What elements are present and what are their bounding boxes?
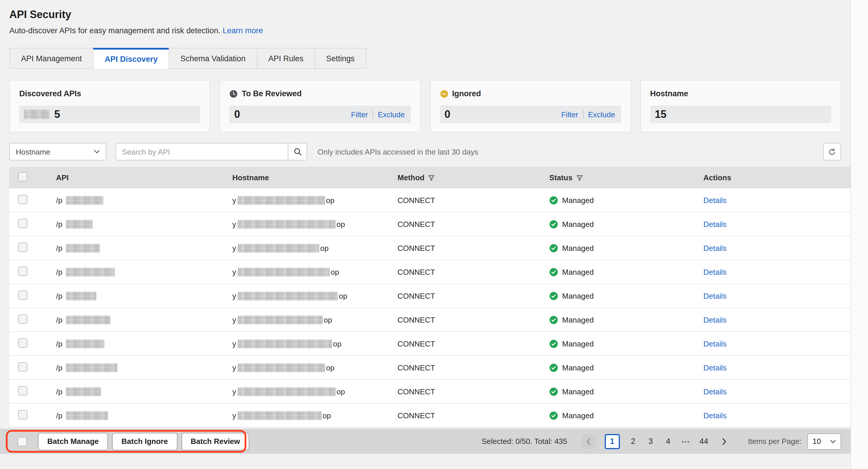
table-row: /p yop CONNECT Managed Details: [9, 212, 850, 236]
ignored-count: 0: [444, 108, 451, 121]
reviewed-filter-link[interactable]: Filter: [351, 110, 368, 119]
page-title: API Security: [9, 8, 841, 21]
redacted-api: [66, 387, 101, 396]
refresh-button[interactable]: [823, 143, 841, 160]
batch-review-button[interactable]: Batch Review: [181, 433, 249, 450]
table-row: /p yop CONNECT Managed Details: [9, 332, 850, 356]
status-cell: Managed: [549, 339, 703, 348]
method-value: CONNECT: [398, 411, 549, 420]
hostname-text: op: [326, 196, 335, 204]
method-value: CONNECT: [398, 363, 549, 372]
learn-more-link[interactable]: Learn more: [223, 26, 263, 35]
status-cell: Managed: [549, 267, 703, 276]
details-link[interactable]: Details: [703, 411, 727, 420]
search-button[interactable]: [288, 143, 307, 160]
footer-select-all-checkbox[interactable]: [18, 437, 27, 446]
select-all-checkbox[interactable]: [18, 172, 27, 181]
page-header: API Security Auto-discover APIs for easy…: [9, 0, 850, 36]
next-page-button[interactable]: [717, 434, 732, 449]
details-link[interactable]: Details: [703, 315, 727, 324]
stat-cards: Discovered APIs 5 To Be Reviewed 0: [9, 80, 841, 132]
table-row: /p yop CONNECT Managed Details: [9, 236, 850, 260]
tab-settings[interactable]: Settings: [314, 48, 366, 69]
scrollbar[interactable]: [850, 0, 868, 469]
row-checkbox[interactable]: [18, 410, 27, 419]
hostname-text: op: [324, 315, 332, 324]
row-checkbox[interactable]: [18, 338, 27, 347]
status-label: Managed: [562, 411, 594, 420]
hostname-text: y: [232, 411, 236, 420]
details-link[interactable]: Details: [703, 267, 727, 276]
details-link[interactable]: Details: [703, 291, 727, 300]
page-2-button[interactable]: 2: [629, 437, 637, 446]
hostname-text: op: [322, 411, 331, 420]
batch-ignore-button[interactable]: Batch Ignore: [112, 433, 177, 450]
row-checkbox[interactable]: [18, 195, 27, 204]
tab-schema-validation[interactable]: Schema Validation: [169, 48, 256, 69]
status-cell: Managed: [549, 196, 703, 204]
row-checkbox[interactable]: [18, 219, 27, 228]
managed-check-icon: [549, 291, 558, 300]
card-hostname: Hostname 15: [640, 80, 841, 132]
hostname-text: y: [232, 363, 236, 372]
api-path: /p: [56, 196, 62, 204]
api-path: /p: [56, 339, 62, 348]
api-path: /p: [56, 220, 62, 228]
details-link[interactable]: Details: [703, 196, 727, 204]
row-checkbox[interactable]: [18, 314, 27, 324]
search-input[interactable]: [116, 143, 288, 160]
table-row: /p yop CONNECT Managed Details: [9, 404, 850, 428]
items-per-page: Items per Page: 10: [748, 433, 841, 449]
row-checkbox[interactable]: [18, 266, 27, 276]
details-link[interactable]: Details: [703, 243, 727, 252]
reviewed-exclude-link[interactable]: Exclude: [378, 110, 405, 119]
page-1-button[interactable]: 1: [604, 434, 620, 449]
row-checkbox[interactable]: [18, 362, 27, 371]
row-checkbox[interactable]: [18, 386, 27, 395]
card-discovered-value-band: 5: [19, 106, 200, 123]
page-44-button[interactable]: 44: [699, 437, 708, 446]
method-value: CONNECT: [398, 267, 549, 276]
row-checkbox[interactable]: [18, 290, 27, 300]
row-checkbox[interactable]: [18, 242, 27, 252]
managed-check-icon: [549, 315, 558, 324]
method-value: CONNECT: [398, 220, 549, 228]
page-4-button[interactable]: 4: [664, 437, 672, 446]
column-method: Method: [398, 173, 549, 182]
details-link[interactable]: Details: [703, 363, 727, 372]
tab-api-rules[interactable]: API Rules: [256, 48, 314, 69]
prev-page-button[interactable]: [581, 434, 595, 449]
status-filter-icon[interactable]: [576, 174, 583, 181]
page-3-button[interactable]: 3: [647, 437, 655, 446]
redacted-hostname: [237, 363, 325, 372]
status-label: Managed: [562, 315, 594, 324]
details-link[interactable]: Details: [703, 220, 727, 228]
status-label: Managed: [562, 339, 594, 348]
details-link[interactable]: Details: [703, 387, 727, 396]
status-cell: Managed: [549, 243, 703, 252]
items-per-page-select[interactable]: 10: [807, 433, 841, 449]
status-cell: Managed: [549, 291, 703, 300]
method-filter-icon[interactable]: [428, 174, 435, 181]
status-label: Managed: [562, 243, 594, 252]
clock-icon: [230, 90, 238, 98]
card-reviewed-value-band: 0 Filter Exclude: [230, 106, 411, 123]
redacted-api: [66, 243, 100, 252]
redacted-api: [66, 196, 103, 204]
hostname-filter-select[interactable]: Hostname: [9, 143, 106, 160]
managed-check-icon: [549, 411, 558, 420]
tab-api-discovery[interactable]: API Discovery: [93, 48, 169, 69]
api-table: API Hostname Method Status Actions: [9, 167, 850, 428]
batch-manage-button[interactable]: Batch Manage: [38, 433, 108, 450]
ignored-filter-link[interactable]: Filter: [561, 110, 578, 119]
details-link[interactable]: Details: [703, 339, 727, 348]
tab-api-management[interactable]: API Management: [9, 48, 93, 69]
hostname-text: y: [232, 243, 236, 252]
ignored-exclude-link[interactable]: Exclude: [588, 110, 615, 119]
api-path: /p: [56, 363, 62, 372]
redacted-hostname: [237, 387, 335, 396]
table-row: /p yop CONNECT Managed Details: [9, 260, 850, 284]
table-row: /p yop CONNECT Managed Details: [9, 356, 850, 380]
redacted-hostname: [237, 411, 321, 420]
table-header: API Hostname Method Status Actions: [9, 167, 850, 189]
